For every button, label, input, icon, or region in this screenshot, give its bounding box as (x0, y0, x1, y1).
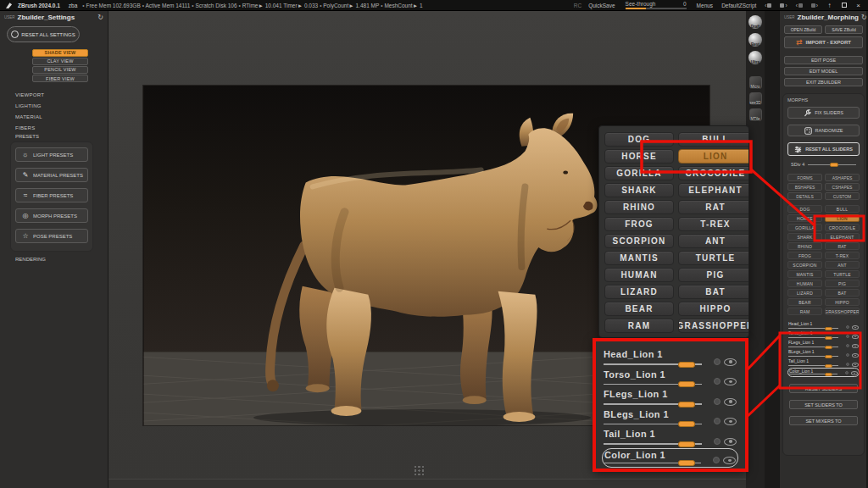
animal-button[interactable]: LIZARD (604, 285, 674, 299)
animal-button[interactable]: BEAR (604, 302, 674, 316)
exit-zbuilder-button[interactable]: EXIT ZBUILDER (784, 78, 863, 86)
animal-button[interactable]: BULL (825, 205, 860, 213)
visibility-eye-icon[interactable] (724, 378, 737, 385)
animal-button[interactable]: CROCODILE (678, 166, 749, 180)
palette-left-icon[interactable]: ‹ (794, 3, 804, 8)
sdiv-slider[interactable]: SDiv 4 (791, 162, 856, 167)
animal-button[interactable]: SCORPION (787, 261, 822, 269)
morph-slider-handle[interactable] (678, 381, 695, 387)
open-zbuild-button[interactable]: OPEN ZBuild (784, 25, 822, 34)
edit-model-button[interactable]: EDIT MODEL (784, 67, 863, 75)
morph-category-button[interactable]: ASHAPES (825, 174, 860, 181)
morph-slider-handle[interactable] (678, 460, 695, 466)
view-mode-button[interactable]: SHADE VIEW (32, 49, 88, 57)
view-mode-button[interactable]: PENCIL VIEW (32, 66, 88, 74)
morph-toggle-dot[interactable] (714, 418, 721, 424)
settings-section-header[interactable]: VIEWPORT (15, 89, 44, 100)
morph-toggle-dot[interactable] (846, 344, 849, 347)
animal-button[interactable]: PIG (825, 280, 860, 287)
animal-button[interactable]: RAT (678, 200, 749, 214)
render-quality-sphere-icon[interactable]: Ultra (748, 51, 762, 64)
morph-slider-row[interactable]: Tail_Lion 1 (602, 428, 738, 448)
menus-button[interactable]: Menus (695, 3, 715, 8)
edit-pose-button[interactable]: EDIT POSE (784, 56, 863, 64)
morph-toggle-dot[interactable] (714, 398, 721, 405)
animal-button[interactable]: MANTIS (604, 251, 674, 265)
visibility-eye-icon[interactable] (724, 438, 737, 446)
visibility-eye-icon[interactable] (852, 344, 859, 348)
rendering-section-header[interactable]: RENDERING (15, 257, 46, 262)
animal-button[interactable]: HORSE (787, 214, 822, 222)
animal-button[interactable]: BEAR (787, 298, 822, 306)
minimize-icon[interactable]: ↑ (825, 0, 834, 11)
animal-button[interactable]: HIPPO (825, 298, 860, 306)
animal-button[interactable]: MANTIS (787, 270, 822, 278)
animal-button[interactable]: ANT (825, 261, 860, 269)
animal-button[interactable]: HUMAN (604, 268, 674, 282)
animal-button[interactable]: TURTLE (825, 270, 860, 278)
render-quality-sphere-icon[interactable]: Best (748, 33, 762, 47)
animal-button[interactable]: FROG (787, 252, 822, 259)
morph-slider-handle[interactable] (825, 373, 832, 376)
visibility-eye-icon[interactable] (723, 457, 736, 464)
animal-button[interactable]: RHINO (787, 242, 822, 250)
refresh-icon[interactable]: ↻ (861, 14, 867, 21)
visibility-eye-icon[interactable] (724, 398, 737, 406)
see-through-track[interactable] (626, 8, 687, 9)
morph-toggle-dot[interactable] (846, 363, 849, 366)
close-icon[interactable]: × (854, 0, 863, 11)
morph-slider-row[interactable]: BLegs_Lion 1 (602, 408, 738, 429)
shelf-tool-icon[interactable]: Micro (749, 76, 762, 89)
visibility-eye-icon[interactable] (852, 363, 859, 367)
settings-section-header[interactable]: FIBERS (15, 122, 44, 133)
restore-icon[interactable] (839, 0, 849, 11)
document-name[interactable]: zba (69, 3, 77, 8)
morph-slider-row[interactable]: FLegs_Lion 1 (787, 340, 860, 349)
morph-category-button[interactable]: BSHAPES (787, 183, 822, 191)
animal-button[interactable]: BAT (678, 285, 749, 299)
sdiv-track[interactable] (808, 164, 856, 165)
preset-button[interactable]: MORPH PRESETS (15, 208, 88, 223)
animal-button[interactable]: ANT (678, 234, 749, 248)
animal-button[interactable]: ELEPHANT (825, 233, 860, 241)
morph-toggle-dot[interactable] (846, 353, 849, 357)
morph-slider-row[interactable]: Torso_Lion 1 (602, 369, 738, 389)
morph-slider-row[interactable]: Tail_Lion 1 (787, 358, 860, 368)
animal-button[interactable]: RAT (825, 242, 860, 250)
animal-button[interactable]: RHINO (604, 200, 674, 214)
morph-toggle-dot[interactable] (714, 438, 721, 445)
reset-all-settings-button[interactable]: RESET ALL SETTINGS (7, 26, 80, 42)
fix-sliders-button[interactable]: FIX SLIDERS (787, 107, 860, 119)
visibility-eye-icon[interactable] (851, 371, 858, 375)
default-zscript-button[interactable]: DefaultZScript (720, 3, 758, 8)
animal-button[interactable]: GRASSHOPPER (678, 319, 749, 333)
animal-button[interactable]: ELEPHANT (678, 183, 749, 197)
view-mode-button[interactable]: FIBER VIEW (32, 75, 88, 82)
settings-section-header[interactable]: LIGHTING (15, 100, 44, 111)
morph-toggle-dot[interactable] (713, 457, 720, 463)
animal-button[interactable]: RAM (604, 319, 674, 333)
animal-button[interactable]: BAT (825, 289, 860, 297)
dock-right-tray-icon[interactable]: › (778, 3, 788, 8)
morph-slider-row[interactable]: Torso_Lion 1 (787, 330, 860, 340)
visibility-eye-icon[interactable] (852, 325, 859, 330)
save-zbuild-button[interactable]: SAVE ZBuild (825, 25, 863, 34)
morph-category-button[interactable]: FORMS (787, 174, 822, 181)
animal-button[interactable]: LIZARD (787, 289, 822, 297)
morph-slider-row[interactable]: Color_Lion 1 (787, 368, 860, 377)
settings-section-header[interactable]: MATERIAL (15, 111, 44, 122)
morph-slider-row[interactable]: Head_Lion 1 (602, 348, 738, 369)
shelf-tool-icon[interactable]: MTile (749, 108, 762, 121)
preset-button[interactable]: LIGHT PRESETS (15, 147, 88, 162)
morph-slider-handle[interactable] (678, 402, 695, 408)
morph-slider-row[interactable]: FLegs_Lion 1 (602, 388, 738, 408)
presets-section-header[interactable]: PRESETS (15, 134, 39, 139)
morph-slider-row[interactable]: BLegs_Lion 1 (787, 349, 860, 358)
shelf-tool-icon[interactable]: see3D (749, 92, 762, 105)
animal-button[interactable]: CROCODILE (825, 224, 860, 231)
animal-button[interactable]: LION (825, 214, 860, 222)
quicksave-button[interactable]: QuickSave (587, 3, 616, 8)
morph-toggle-dot[interactable] (714, 378, 721, 385)
morph-slider-row[interactable]: Color_Lion 1 (602, 448, 738, 469)
canvas-grid-dots-icon[interactable] (414, 465, 425, 476)
